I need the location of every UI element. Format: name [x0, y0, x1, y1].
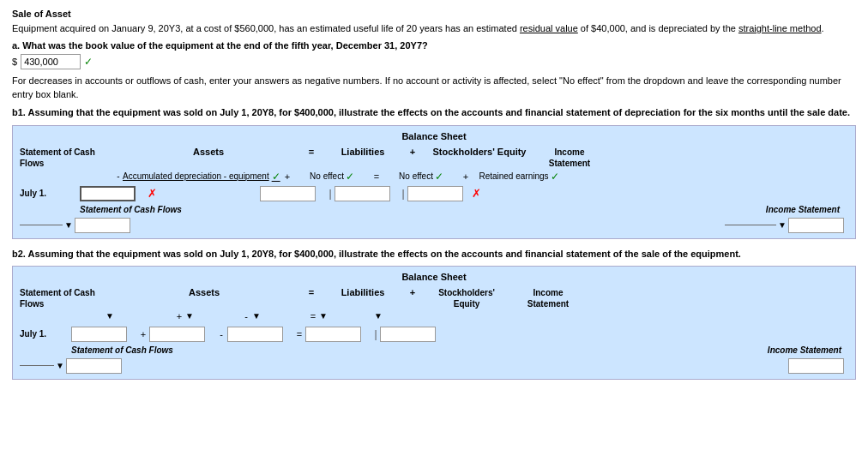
b2-liab-header: Liabilities: [320, 287, 406, 297]
b2-assets-header: Assets: [105, 287, 303, 297]
b1-input4[interactable]: [407, 186, 463, 201]
b1-sep-input-left[interactable]: [75, 218, 130, 233]
intro-text: Equipment acquired on January 9, 20Y3, a…: [12, 22, 856, 35]
b1-liab-header: Liabilities: [320, 147, 406, 157]
b1-sep-input-left-wrap: [75, 218, 135, 233]
b2-vbar1: |: [371, 328, 380, 340]
b2-minus-op: -: [240, 311, 252, 321]
b1-plus-sub: +: [281, 171, 293, 182]
b2-label: b2. Assuming that the equipment was sold…: [12, 248, 856, 261]
b2-input1-wrap: [71, 327, 136, 342]
b1-input1[interactable]: [80, 186, 136, 201]
b1-se-header: Stockholders' Equity: [419, 147, 539, 157]
b2-dd2[interactable]: ▼: [185, 311, 197, 321]
b2-dd3[interactable]: ▼: [252, 311, 264, 321]
b1-cross2: ✗: [472, 187, 485, 200]
b2-scf-header: Statement of CashFlows: [20, 287, 105, 309]
b2-date: July 1.: [20, 329, 71, 339]
b2-minus-data: -: [215, 329, 227, 339]
b1-sep-input-right[interactable]: [788, 218, 844, 233]
b1-income-header: IncomeStatement: [539, 147, 600, 169]
b1-input3[interactable]: [335, 186, 390, 201]
b2-sep-dd-left[interactable]: ▼: [54, 361, 66, 370]
b2-dd1[interactable]: ▼: [105, 311, 118, 321]
b1-vbar2: |: [399, 188, 407, 200]
b2-plus-op: +: [173, 311, 185, 321]
b2-dd4[interactable]: ▼: [319, 311, 331, 321]
b2-plus-data: +: [137, 329, 149, 339]
b1-dd-right[interactable]: ▼: [776, 220, 788, 230]
b2-dd5[interactable]: ▼: [374, 311, 386, 321]
b2-input5-wrap: [380, 327, 444, 342]
b1-input2-wrap: [260, 186, 324, 201]
b1-income-sublabel: Income Statement: [728, 205, 840, 214]
b1-dd-left[interactable]: ▼: [63, 220, 75, 230]
b1-vbar: |: [326, 188, 335, 200]
b1-noeffect2: No effect ✓: [383, 171, 460, 183]
b1-eq-sub: =: [371, 171, 383, 182]
answer-a-input[interactable]: [21, 54, 81, 69]
b2-input2-wrap: [149, 327, 214, 342]
b2-sep-input-right-wrap: [788, 358, 848, 374]
b2-sep-input-left-wrap: [66, 358, 126, 374]
b1-eq-sign: =: [303, 147, 320, 157]
b2-se-header: Stockholders'Equity: [419, 287, 514, 309]
b2-sep-input-right[interactable]: [788, 358, 844, 374]
b2-plus-header: +: [406, 287, 419, 297]
b2-income-sublabel: Income Statement: [713, 345, 841, 355]
b1-assets-header: Assets: [114, 147, 303, 157]
b1-plus-header: +: [406, 147, 419, 157]
b2-sep-input-left[interactable]: [66, 358, 122, 374]
b1-date: July 1.: [20, 189, 80, 198]
b2-input3-wrap: [227, 327, 292, 342]
b1-accdep-label: Accumulated depreciation - equipment ✓: [123, 171, 281, 183]
b1-noeffect1: No effect ✓: [293, 171, 371, 183]
b2-bs-title: Balance Sheet: [20, 272, 848, 282]
b1-input2[interactable]: [260, 186, 316, 201]
b1-plus2-sub: +: [460, 171, 472, 182]
b2-eq-op: =: [307, 311, 319, 321]
b1-sep-input-right-wrap: [788, 218, 848, 233]
b2-eq-sign: =: [303, 287, 320, 297]
b2-input4[interactable]: [305, 327, 361, 342]
b2-input5[interactable]: [380, 327, 436, 342]
b2-input4-wrap: [305, 327, 370, 342]
b1-minus-sub: -: [114, 171, 123, 181]
info-text: For decreases in accounts or outflows of…: [12, 75, 856, 101]
b1-bs-title: Balance Sheet: [20, 131, 848, 141]
check-a: ✓: [84, 56, 93, 68]
b1-input3-wrap: [335, 186, 399, 201]
b1-input4-wrap: [407, 186, 472, 201]
b2-scf-sublabel: Statement of Cash Flows: [71, 345, 243, 355]
b1-scf-header: Statement of CashFlows: [20, 147, 114, 169]
b2-income-header: IncomeStatement: [514, 287, 582, 309]
b1-retained: Retained earnings ✓: [472, 171, 566, 183]
page-title: Sale of Asset: [12, 9, 856, 19]
b1-scf-sublabel: Statement of Cash Flows: [80, 205, 217, 214]
b1-input1-wrap: [80, 186, 144, 201]
b1-balance-sheet: Balance Sheet Statement of CashFlows Ass…: [12, 125, 856, 239]
b2-input3[interactable]: [227, 327, 283, 342]
b2-eq-data: =: [293, 329, 305, 339]
b2-balance-sheet: Balance Sheet Statement of CashFlows Ass…: [12, 266, 856, 380]
question-a-label: a. What was the book value of the equipm…: [12, 40, 856, 51]
b1-cross1: ✗: [148, 187, 161, 200]
b2-input1[interactable]: [71, 327, 127, 342]
b2-input2[interactable]: [149, 327, 205, 342]
dollar-sign: $: [12, 57, 17, 67]
b1-label: b1. Assuming that the equipment was sold…: [12, 106, 856, 119]
